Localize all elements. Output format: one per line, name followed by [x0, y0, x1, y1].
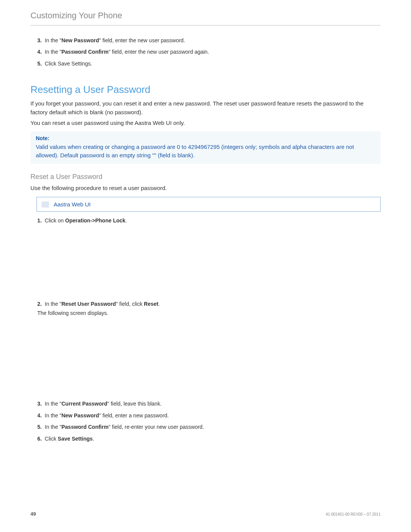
step-number: 4. — [37, 49, 42, 55]
step-text-pre: In the " — [45, 301, 62, 307]
step-text-post: " field, enter a new password. — [99, 412, 169, 419]
revision-label: 41-001451-00 REV00 – 07.2011 — [326, 512, 381, 516]
note-box: Note: Valid values when creating or chan… — [30, 131, 381, 164]
step-number: 3. — [37, 401, 42, 407]
step-text-pre: In the " — [45, 37, 62, 43]
step-row: 3. In the "Current Password" field, leav… — [30, 399, 381, 408]
page-footer: 49 41-001451-00 REV00 – 07.2011 — [30, 511, 381, 517]
step-text-post: " field, enter the new user password aga… — [108, 49, 209, 55]
note-label: Note: — [36, 135, 375, 141]
step-number: 5. — [37, 61, 42, 67]
screenshot-placeholder — [30, 320, 381, 396]
step-text-post: Click Save Settings. — [45, 61, 92, 67]
step-number: 6. — [37, 436, 42, 442]
body-paragraph: Use the following procedure to reset a u… — [30, 184, 381, 193]
step-text-bold: New Password — [61, 412, 99, 419]
screenshot-placeholder — [30, 228, 381, 297]
step-number: 2. — [37, 301, 42, 307]
procedure-steps: 1. Click on Operation->Phone Lock. — [30, 216, 381, 225]
subsection-heading: Reset a User Password — [30, 173, 381, 181]
monitor-icon — [41, 201, 49, 208]
step-text-bold: New Password — [61, 37, 99, 43]
step-number: 5. — [37, 424, 42, 430]
step-text-post: " field, re-enter your new user password… — [108, 424, 204, 430]
page-header-title: Customizing Your Phone — [30, 11, 381, 26]
note-text: Valid values when creating or changing a… — [36, 143, 375, 160]
step-row: 5. Click Save Settings. — [30, 59, 381, 68]
step-text-bold: Password Confirm — [61, 49, 108, 55]
step-text-pre: Click — [45, 436, 58, 442]
step-text-post: . — [93, 436, 94, 442]
step-text-pre: In the " — [45, 49, 62, 55]
step-text-bold: Reset User Password — [61, 301, 116, 307]
step-number: 4. — [37, 412, 42, 419]
step-text-post: . — [158, 301, 160, 307]
step-row: 4. In the "New Password" field, enter a … — [30, 411, 381, 420]
step-text-mid: " field, click — [116, 301, 144, 307]
step-text-bold: Reset — [144, 301, 158, 307]
step-text-pre: In the " — [45, 424, 62, 430]
step-text-post: " field, enter the new user password. — [99, 37, 185, 43]
step-text-bold: Save Settings — [58, 436, 93, 442]
body-paragraph: You can reset a user password using the … — [30, 119, 381, 128]
step-row: 1. Click on Operation->Phone Lock. — [30, 216, 381, 225]
step-number: 1. — [37, 217, 42, 224]
step-text-bold: Current Password — [61, 401, 107, 407]
webui-label: Aastra Web UI — [54, 201, 91, 208]
step-text-line2: The following screen displays. — [37, 309, 381, 317]
step-row: 3. In the "New Password" field, enter th… — [30, 36, 381, 45]
step-text-post: . — [126, 217, 127, 224]
intro-steps: 3. In the "New Password" field, enter th… — [30, 36, 381, 68]
step-text-pre: In the " — [45, 412, 62, 419]
page-number: 49 — [30, 511, 36, 517]
step-text-post: " field, leave this blank. — [107, 401, 162, 407]
tail-steps: 3. In the "Current Password" field, leav… — [30, 399, 381, 443]
step-row: 5. In the "Password Confirm" field, re-e… — [30, 423, 381, 431]
step-text-pre: Click on — [45, 217, 65, 224]
step-text-bold: Password Confirm — [61, 424, 108, 430]
step-text-pre: In the " — [45, 401, 62, 407]
section-heading: Resetting a User Password — [30, 84, 381, 96]
step-row: 6. Click Save Settings. — [30, 435, 381, 443]
step-row: 4. In the "Password Confirm" field, ente… — [30, 48, 381, 56]
step-text-bold: Operation->Phone Lock — [65, 217, 125, 224]
webui-callout: Aastra Web UI — [37, 197, 381, 212]
procedure-steps: 2. In the "Reset User Password" field, c… — [30, 300, 381, 318]
step-number: 3. — [37, 37, 42, 43]
page: Customizing Your Phone 3. In the "New Pa… — [0, 0, 411, 532]
body-paragraph: If you forget your password, you can res… — [30, 99, 381, 117]
step-row: 2. In the "Reset User Password" field, c… — [30, 300, 381, 318]
